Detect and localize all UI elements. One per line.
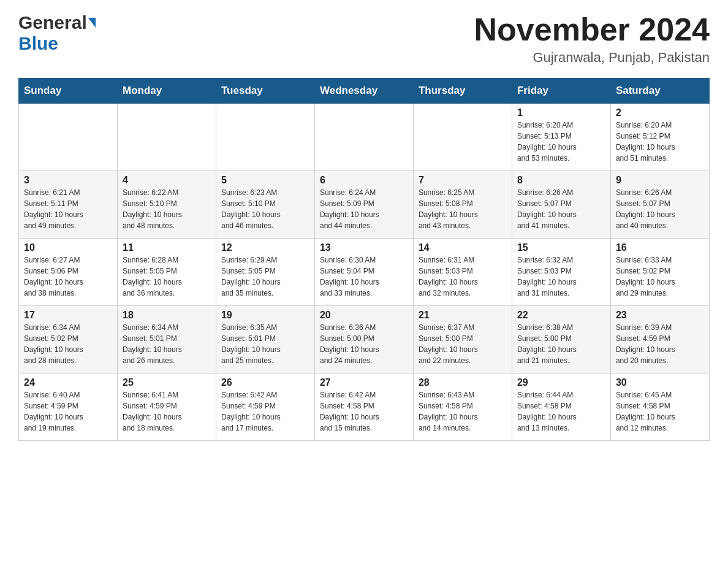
day-info: Sunrise: 6:34 AMSunset: 5:01 PMDaylight:…	[123, 322, 211, 366]
day-of-week-header: Monday	[117, 79, 216, 104]
calendar-day-cell: 4Sunrise: 6:22 AMSunset: 5:10 PMDaylight…	[117, 171, 216, 239]
calendar-week-row: 10Sunrise: 6:27 AMSunset: 5:06 PMDayligh…	[19, 239, 710, 306]
day-info: Sunrise: 6:33 AMSunset: 5:02 PMDaylight:…	[616, 255, 704, 299]
day-number: 8	[517, 175, 605, 186]
calendar-day-cell: 23Sunrise: 6:39 AMSunset: 4:59 PMDayligh…	[610, 306, 709, 373]
day-info: Sunrise: 6:45 AMSunset: 4:58 PMDaylight:…	[616, 389, 704, 434]
day-number: 18	[123, 310, 211, 321]
logo-blue-text: Blue	[18, 33, 58, 54]
calendar-subtitle: Gujranwala, Punjab, Pakistan	[474, 50, 710, 66]
calendar-day-cell: 1Sunrise: 6:20 AMSunset: 5:13 PMDaylight…	[512, 104, 610, 171]
day-number: 9	[616, 175, 704, 186]
calendar-week-row: 17Sunrise: 6:34 AMSunset: 5:02 PMDayligh…	[19, 306, 710, 373]
calendar-day-cell: 5Sunrise: 6:23 AMSunset: 5:10 PMDaylight…	[216, 171, 314, 239]
day-number: 3	[24, 175, 112, 186]
calendar-day-cell: 13Sunrise: 6:30 AMSunset: 5:04 PMDayligh…	[314, 239, 413, 306]
day-number: 29	[517, 377, 605, 388]
calendar-day-cell: 15Sunrise: 6:32 AMSunset: 5:03 PMDayligh…	[512, 239, 610, 306]
day-number: 6	[320, 175, 408, 186]
day-info: Sunrise: 6:22 AMSunset: 5:10 PMDaylight:…	[123, 187, 211, 231]
day-info: Sunrise: 6:31 AMSunset: 5:03 PMDaylight:…	[419, 255, 507, 299]
day-of-week-header: Wednesday	[314, 79, 413, 104]
day-number: 15	[517, 242, 605, 253]
calendar-day-cell: 27Sunrise: 6:42 AMSunset: 4:58 PMDayligh…	[314, 373, 413, 441]
day-of-week-header: Thursday	[413, 79, 512, 104]
day-of-week-header: Friday	[512, 79, 610, 104]
day-info: Sunrise: 6:37 AMSunset: 5:00 PMDaylight:…	[419, 322, 507, 366]
calendar-day-cell: 22Sunrise: 6:38 AMSunset: 5:00 PMDayligh…	[512, 306, 610, 373]
day-number: 21	[419, 310, 507, 321]
day-number: 4	[123, 175, 211, 186]
day-info: Sunrise: 6:25 AMSunset: 5:08 PMDaylight:…	[419, 187, 507, 231]
calendar-day-cell: 3Sunrise: 6:21 AMSunset: 5:11 PMDaylight…	[19, 171, 118, 239]
day-info: Sunrise: 6:21 AMSunset: 5:11 PMDaylight:…	[24, 187, 112, 231]
day-number: 12	[221, 242, 309, 253]
day-info: Sunrise: 6:36 AMSunset: 5:00 PMDaylight:…	[320, 322, 408, 366]
day-number: 5	[221, 175, 309, 186]
day-info: Sunrise: 6:23 AMSunset: 5:10 PMDaylight:…	[221, 187, 309, 231]
day-info: Sunrise: 6:20 AMSunset: 5:13 PMDaylight:…	[517, 120, 605, 164]
logo: General Blue	[18, 12, 96, 54]
day-info: Sunrise: 6:24 AMSunset: 5:09 PMDaylight:…	[320, 187, 408, 231]
calendar-day-cell	[413, 104, 512, 171]
day-number: 26	[221, 377, 309, 388]
calendar-day-cell	[314, 104, 413, 171]
day-info: Sunrise: 6:32 AMSunset: 5:03 PMDaylight:…	[517, 255, 605, 299]
day-number: 28	[419, 377, 507, 388]
day-number: 13	[320, 242, 408, 253]
calendar-table: SundayMondayTuesdayWednesdayThursdayFrid…	[18, 78, 710, 441]
day-info: Sunrise: 6:27 AMSunset: 5:06 PMDaylight:…	[24, 255, 112, 299]
calendar-day-cell: 20Sunrise: 6:36 AMSunset: 5:00 PMDayligh…	[314, 306, 413, 373]
day-number: 1	[517, 107, 605, 118]
calendar-day-cell: 19Sunrise: 6:35 AMSunset: 5:01 PMDayligh…	[216, 306, 314, 373]
day-info: Sunrise: 6:43 AMSunset: 4:58 PMDaylight:…	[419, 389, 507, 434]
day-info: Sunrise: 6:26 AMSunset: 5:07 PMDaylight:…	[517, 187, 605, 231]
calendar-day-cell: 30Sunrise: 6:45 AMSunset: 4:58 PMDayligh…	[610, 373, 709, 441]
day-number: 27	[320, 377, 408, 388]
day-number: 23	[616, 310, 704, 321]
day-number: 7	[419, 175, 507, 186]
day-number: 20	[320, 310, 408, 321]
day-info: Sunrise: 6:30 AMSunset: 5:04 PMDaylight:…	[320, 255, 408, 299]
day-number: 22	[517, 310, 605, 321]
title-section: November 2024 Gujranwala, Punjab, Pakist…	[474, 12, 710, 66]
calendar-body: 1Sunrise: 6:20 AMSunset: 5:13 PMDaylight…	[19, 104, 710, 441]
day-info: Sunrise: 6:38 AMSunset: 5:00 PMDaylight:…	[517, 322, 605, 366]
day-number: 30	[616, 377, 704, 388]
day-number: 16	[616, 242, 704, 253]
calendar-day-cell: 18Sunrise: 6:34 AMSunset: 5:01 PMDayligh…	[117, 306, 216, 373]
day-info: Sunrise: 6:35 AMSunset: 5:01 PMDaylight:…	[221, 322, 309, 366]
calendar-header: SundayMondayTuesdayWednesdayThursdayFrid…	[19, 79, 710, 104]
day-number: 2	[616, 107, 704, 118]
calendar-day-cell: 17Sunrise: 6:34 AMSunset: 5:02 PMDayligh…	[19, 306, 118, 373]
day-of-week-header: Tuesday	[216, 79, 314, 104]
day-number: 14	[419, 242, 507, 253]
calendar-day-cell: 24Sunrise: 6:40 AMSunset: 4:59 PMDayligh…	[19, 373, 118, 441]
day-number: 24	[24, 377, 112, 388]
calendar-day-cell: 7Sunrise: 6:25 AMSunset: 5:08 PMDaylight…	[413, 171, 512, 239]
calendar-day-cell: 8Sunrise: 6:26 AMSunset: 5:07 PMDaylight…	[512, 171, 610, 239]
page-header: General Blue November 2024 Gujranwala, P…	[18, 12, 710, 66]
day-info: Sunrise: 6:42 AMSunset: 4:59 PMDaylight:…	[221, 389, 309, 434]
calendar-day-cell: 9Sunrise: 6:26 AMSunset: 5:07 PMDaylight…	[610, 171, 709, 239]
day-info: Sunrise: 6:29 AMSunset: 5:05 PMDaylight:…	[221, 255, 309, 299]
calendar-day-cell: 29Sunrise: 6:44 AMSunset: 4:58 PMDayligh…	[512, 373, 610, 441]
logo-arrow-icon	[88, 18, 96, 28]
day-number: 19	[221, 310, 309, 321]
day-number: 11	[123, 242, 211, 253]
day-number: 10	[24, 242, 112, 253]
calendar-day-cell: 12Sunrise: 6:29 AMSunset: 5:05 PMDayligh…	[216, 239, 314, 306]
day-of-week-header: Sunday	[19, 79, 118, 104]
calendar-week-row: 3Sunrise: 6:21 AMSunset: 5:11 PMDaylight…	[19, 171, 710, 239]
day-info: Sunrise: 6:42 AMSunset: 4:58 PMDaylight:…	[320, 389, 408, 434]
day-info: Sunrise: 6:39 AMSunset: 4:59 PMDaylight:…	[616, 322, 704, 366]
calendar-day-cell: 2Sunrise: 6:20 AMSunset: 5:12 PMDaylight…	[610, 104, 709, 171]
day-info: Sunrise: 6:41 AMSunset: 4:59 PMDaylight:…	[123, 389, 211, 434]
calendar-day-cell: 6Sunrise: 6:24 AMSunset: 5:09 PMDaylight…	[314, 171, 413, 239]
calendar-day-cell: 10Sunrise: 6:27 AMSunset: 5:06 PMDayligh…	[19, 239, 118, 306]
calendar-day-cell: 26Sunrise: 6:42 AMSunset: 4:59 PMDayligh…	[216, 373, 314, 441]
calendar-day-cell: 28Sunrise: 6:43 AMSunset: 4:58 PMDayligh…	[413, 373, 512, 441]
day-info: Sunrise: 6:34 AMSunset: 5:02 PMDaylight:…	[24, 322, 112, 366]
calendar-day-cell	[216, 104, 314, 171]
calendar-day-cell: 25Sunrise: 6:41 AMSunset: 4:59 PMDayligh…	[117, 373, 216, 441]
